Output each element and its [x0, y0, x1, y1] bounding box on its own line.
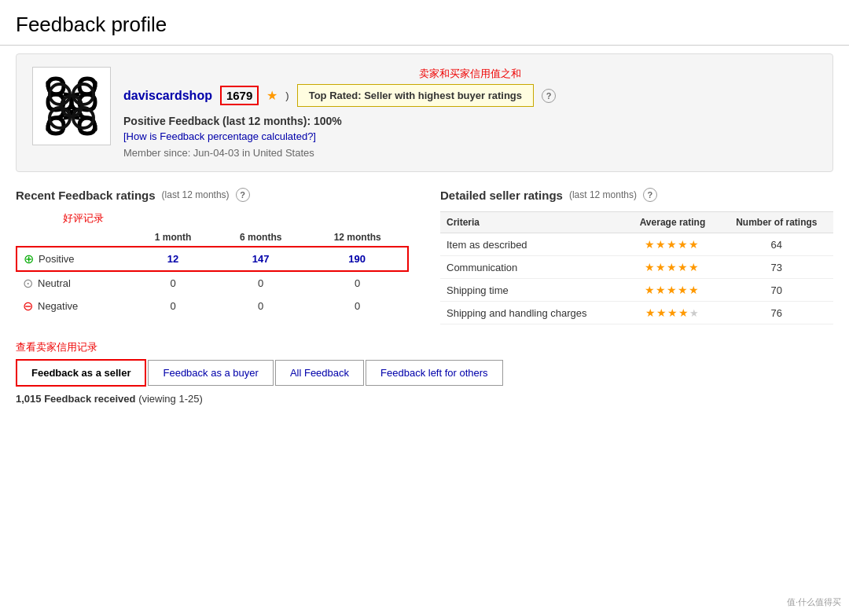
feedback-type-cell: ⊙ Neutral — [17, 271, 131, 295]
feedback-12m-cell: 190 — [307, 247, 408, 271]
stars-icon: ★★★★★ — [645, 238, 700, 251]
page-header: Feedback profile — [0, 0, 849, 46]
page-title: Feedback profile — [16, 13, 833, 37]
star-icon: ★ — [266, 88, 277, 103]
col-6months-header: 6 months — [215, 229, 307, 247]
seller-num-cell: 76 — [720, 302, 833, 324]
stars-icon: ★★★★★ — [645, 261, 700, 273]
seller-criteria-cell: Communication — [440, 256, 625, 279]
seller-col-criteria: Criteria — [440, 212, 625, 233]
detailed-seller-help-icon[interactable]: ? — [643, 188, 657, 202]
profile-avatar — [32, 67, 111, 145]
feedback-type-label: Neutral — [38, 277, 71, 289]
annotation-positive: 好评记录 — [63, 211, 409, 226]
tab-feedback-left-for-others[interactable]: Feedback left for others — [366, 360, 503, 386]
tab-feedback-as-a-seller[interactable]: Feedback as a seller — [16, 359, 146, 387]
feedback-count-value: 1,015 Feedback received — [16, 393, 136, 405]
recent-feedback-subtitle: (last 12 months) — [162, 189, 230, 200]
tab-feedback-as-a-buyer[interactable]: Feedback as a buyer — [148, 360, 273, 386]
feedback-type-cell: ⊖ Negative — [17, 295, 131, 317]
seller-criteria-cell: Shipping and handling charges — [440, 302, 625, 324]
tabs-section: 查看卖家信用记录 Feedback as a sellerFeedback as… — [16, 340, 833, 405]
feedback-type-cell: ⊕ Positive — [17, 247, 131, 271]
profile-username[interactable]: daviscardshop — [123, 89, 212, 103]
feedback-count: 1,015 Feedback received (viewing 1-25) — [16, 393, 833, 405]
tabs-row: Feedback as a sellerFeedback as a buyerA… — [16, 359, 833, 387]
stars-icon: ★★★★★ — [645, 284, 700, 296]
col-12months-header: 12 months — [307, 229, 408, 247]
profile-card: 卖家和买家信用值之和 daviscardshop 1679 ★ ) Top Ra… — [16, 53, 833, 172]
annotation-seller: 查看卖家信用记录 — [16, 340, 833, 354]
recent-feedback-title: Recent Feedback ratings — [16, 189, 156, 202]
seller-stars-cell: ★★★★★ — [625, 233, 719, 256]
paren: ) — [285, 90, 289, 101]
col-type-header — [17, 229, 131, 247]
seller-criteria-cell: Item as described — [440, 233, 625, 256]
seller-stars-cell: ★★★★★ — [625, 302, 719, 324]
profile-name-row: daviscardshop 1679 ★ ) Top Rated: Seller… — [123, 84, 817, 107]
member-since: Member since: Jun-04-03 in United States — [123, 147, 817, 159]
seller-criteria-cell: Shipping time — [440, 279, 625, 302]
seller-num-cell: 73 — [720, 256, 833, 279]
feedback-6m-cell: 0 — [215, 271, 307, 295]
negative-icon: ⊖ — [23, 299, 33, 314]
seller-col-num: Number of ratings — [720, 212, 833, 233]
recent-feedback-col: Recent Feedback ratings (last 12 months)… — [16, 188, 409, 324]
annotation-score: 卖家和买家信用值之和 — [419, 68, 521, 79]
feedback-1m-cell: 0 — [131, 271, 215, 295]
seller-stars-cell: ★★★★★ — [625, 256, 719, 279]
col-1month-header: 1 month — [131, 229, 215, 247]
feedback-12m-cell: 0 — [307, 271, 408, 295]
detailed-seller-table: Criteria Average rating Number of rating… — [440, 211, 833, 324]
seller-stars-cell: ★★★★★ — [625, 279, 719, 302]
recent-feedback-help-icon[interactable]: ? — [236, 188, 250, 202]
feedback-1m-cell: 12 — [131, 247, 215, 271]
top-rated-badge: Top Rated: Seller with highest buyer rat… — [297, 84, 534, 107]
stars-icon: ★★★★ — [645, 306, 689, 319]
ratings-section: Recent Feedback ratings (last 12 months)… — [16, 188, 833, 324]
feedback-calc-link[interactable]: [How is Feedback percentage calculated?] — [123, 130, 316, 142]
main-content: 卖家和买家信用值之和 daviscardshop 1679 ★ ) Top Ra… — [0, 53, 849, 405]
empty-stars: ★ — [689, 307, 699, 319]
seller-col-avg: Average rating — [625, 212, 719, 233]
recent-feedback-table: 1 month 6 months 12 months ⊕ Positive 12… — [16, 229, 409, 317]
positive-icon: ⊕ — [24, 251, 34, 266]
seller-num-cell: 70 — [720, 279, 833, 302]
profile-info: 卖家和买家信用值之和 daviscardshop 1679 ★ ) Top Ra… — [123, 67, 817, 159]
detailed-seller-col: Detailed seller ratings (last 12 months)… — [440, 188, 833, 324]
seller-num-cell: 64 — [720, 233, 833, 256]
help-icon[interactable]: ? — [542, 89, 556, 103]
feedback-viewing: (viewing 1-25) — [138, 393, 203, 405]
tab-all-feedback[interactable]: All Feedback — [275, 360, 364, 386]
feedback-type-label: Negative — [38, 300, 78, 312]
feedback-1m-cell: 0 — [131, 295, 215, 317]
detailed-seller-subtitle: (last 12 months) — [569, 189, 637, 200]
detailed-seller-title: Detailed seller ratings — [440, 189, 563, 202]
feedback-12m-cell: 0 — [307, 295, 408, 317]
feedback-6m-cell: 0 — [215, 295, 307, 317]
detailed-seller-header: Detailed seller ratings (last 12 months)… — [440, 188, 833, 202]
neutral-icon: ⊙ — [23, 276, 33, 291]
feedback-type-label: Positive — [39, 253, 75, 265]
feedback-6m-cell: 147 — [215, 247, 307, 271]
shop-logo — [40, 75, 103, 138]
positive-feedback-label: Positive Feedback (last 12 months): 100% — [123, 115, 817, 127]
score-badge: 1679 — [220, 86, 259, 105]
recent-feedback-header: Recent Feedback ratings (last 12 months)… — [16, 188, 409, 202]
